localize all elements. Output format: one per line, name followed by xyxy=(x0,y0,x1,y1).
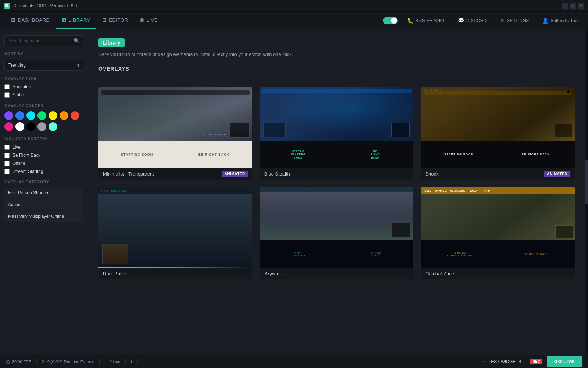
color-orange[interactable] xyxy=(60,111,68,120)
overlay-type-section: OVERLAY TYPE Animated Static xyxy=(4,77,83,98)
overlay-card-shock[interactable]: YOUR NAME STARTING SOON. BE RIGHT BACK. … xyxy=(421,87,575,180)
overlay-category-label: OVERLAY CATEGORY xyxy=(4,180,83,184)
close-button[interactable]: ✕ xyxy=(578,3,584,9)
overlay-card-5-footer: Skyward xyxy=(260,268,414,279)
card6-sub2-text: BE RIGHT BACK xyxy=(524,253,549,255)
discord-icon: 💬 xyxy=(458,18,464,24)
dashboard-icon: ⊞ xyxy=(11,17,16,23)
color-green[interactable] xyxy=(37,111,46,120)
minimize-button[interactable]: ─ xyxy=(562,3,568,9)
theme-toggle[interactable] xyxy=(383,17,398,24)
live-label: Live xyxy=(12,145,21,150)
sort-by-label: SORT BY xyxy=(4,52,83,56)
overlay-card-5-main xyxy=(260,187,414,240)
info-icon: ℹ xyxy=(131,359,132,364)
fps-status: ◷ 30.00 FPS xyxy=(6,359,37,364)
sort-wrapper: Trending Newest Most Popular xyxy=(4,60,83,71)
color-black[interactable] xyxy=(26,122,35,131)
color-yellow[interactable] xyxy=(49,111,57,120)
username-label: Softpedia Test xyxy=(551,18,578,23)
fps-value: 30.00 FPS xyxy=(12,360,31,364)
color-gray[interactable] xyxy=(37,122,46,131)
test-widgets-label: TEST WIDGETS xyxy=(488,359,521,364)
color-red[interactable] xyxy=(71,111,79,120)
scrollbar-thumb[interactable] xyxy=(585,160,588,204)
overlay-6-name: Combat Zone xyxy=(425,271,454,276)
bug-icon: 🐛 xyxy=(407,18,413,24)
overlay-blue-stealth-name: Blue Stealth xyxy=(264,171,290,177)
bug-report-label: BUG REPORT xyxy=(416,18,445,23)
settings-button[interactable]: ⚙ SETTINGS xyxy=(496,15,533,26)
shock-starting-soon: STARTING SOON. xyxy=(421,141,498,168)
bandwidth-icon: ↑ xyxy=(105,359,107,364)
static-label: Static xyxy=(12,92,24,98)
live-checkbox[interactable] xyxy=(4,145,10,150)
color-blue[interactable] xyxy=(15,111,24,120)
be-right-back-item[interactable]: Be Right Back xyxy=(4,153,83,158)
offline-checkbox[interactable] xyxy=(4,161,10,166)
nav-editor[interactable]: ⊡ EDITOR xyxy=(97,12,133,29)
scrollbar-track[interactable] xyxy=(585,29,588,355)
overlay-card-4[interactable]: HYPE TOP DONATOR Dark Pulse xyxy=(98,187,252,279)
card6-sub1: STREAMSTARTING SOON xyxy=(421,240,498,268)
top-navigation: ⊞ DASHBOARD ▦ LIBRARY ⊡ EDITOR ◉ LIVE 🐛 … xyxy=(0,12,588,29)
stream-starting-checkbox[interactable] xyxy=(4,169,10,174)
dropped-value: 0 (0.0%) Dropped Frames xyxy=(47,360,94,364)
user-profile-button[interactable]: 👤 Softpedia Test xyxy=(538,15,582,26)
nav-live[interactable]: ◉ LIVE xyxy=(135,12,163,29)
editor-icon: ⊡ xyxy=(102,17,107,23)
overlay-card-blue-stealth[interactable]: STREAMSTARTINGSOON BERIGHTBACK Blue Stea… xyxy=(260,87,414,180)
nav-dashboard-label: DASHBOARD xyxy=(18,17,50,23)
animated-filter-item[interactable]: Animated xyxy=(4,84,83,89)
rec-badge: REC xyxy=(530,359,542,364)
search-box: 🔍 xyxy=(4,35,83,46)
discord-button[interactable]: 💬 DISCORD xyxy=(454,15,490,26)
card6-sub1-text: STREAMSTARTING SOON xyxy=(447,252,473,257)
overlay-card-5[interactable]: TOPDONATOR STREAMINFO Skyward xyxy=(260,187,414,279)
color-pink[interactable] xyxy=(4,122,13,131)
overlay-card-6-sub: STREAMSTARTING SOON BE RIGHT BACK xyxy=(421,240,575,268)
live-screen-item[interactable]: Live xyxy=(4,145,83,150)
go-live-button[interactable]: GO LIVE xyxy=(547,356,582,367)
bug-report-button[interactable]: 🐛 BUG REPORT xyxy=(404,15,448,26)
color-teal[interactable] xyxy=(49,122,57,131)
overlay-card-minimalist-main-shot: YOUR NAME xyxy=(98,87,252,141)
color-cyan[interactable] xyxy=(26,111,35,120)
overlay-minimalist-badge: ANIMATED xyxy=(222,171,248,177)
category-action[interactable]: Action xyxy=(4,199,83,210)
overlay-card-6[interactable]: KILLS DAMAGE USERNAME RECENT RANK STREAM… xyxy=(421,187,575,279)
nav-library[interactable]: ▦ LIBRARY xyxy=(56,12,95,29)
overlay-card-6-main: KILLS DAMAGE USERNAME RECENT RANK xyxy=(421,187,575,240)
nav-dashboard[interactable]: ⊞ DASHBOARD xyxy=(6,12,55,29)
overlay-card-blue-stealth-footer: Blue Stealth xyxy=(260,168,414,180)
sort-section: SORT BY Trending Newest Most Popular xyxy=(4,52,83,71)
static-checkbox[interactable] xyxy=(4,92,10,98)
page-subtitle: Here you'll find hundreds of design elem… xyxy=(98,52,575,57)
sort-select[interactable]: Trending Newest Most Popular xyxy=(4,60,83,71)
overlay-shock-badge: ANIMATED xyxy=(544,171,570,177)
gear-icon: ⚙ xyxy=(500,18,505,24)
be-right-back-checkbox[interactable] xyxy=(4,153,10,158)
overlay-card-minimalist[interactable]: YOUR NAME STARTING SOON BE RIGHT BACK Mi… xyxy=(98,87,252,180)
stream-starting-item[interactable]: Stream Starting xyxy=(4,169,83,174)
overlay-card-minimalist-sub-shots: STARTING SOON BE RIGHT BACK xyxy=(98,141,252,168)
static-filter-item[interactable]: Static xyxy=(4,92,83,98)
category-mmo[interactable]: Massively Multiplayer Online xyxy=(4,211,83,222)
shock-be-right-back: BE RIGHT BACK. xyxy=(498,141,575,168)
search-input[interactable] xyxy=(8,38,74,43)
test-widgets-button[interactable]: → TEST WIDGETS xyxy=(477,359,526,364)
maximize-button[interactable]: □ xyxy=(570,3,576,9)
shock-starting-soon-text: STARTING SOON. xyxy=(444,153,474,156)
color-white[interactable] xyxy=(15,122,24,131)
included-screens-section: INCLUDED SCREENS Live Be Right Back Offl… xyxy=(4,137,83,174)
included-screens-label: INCLUDED SCREENS xyxy=(4,137,83,141)
category-fps[interactable]: First Person Shooter xyxy=(4,188,83,198)
overlays-section-title: OVERLAYS xyxy=(98,66,129,75)
color-purple[interactable] xyxy=(4,111,13,120)
discord-label: DISCORD xyxy=(466,18,487,23)
overlay-card-blue-stealth-main-shot xyxy=(260,87,414,141)
nav-items: ⊞ DASHBOARD ▦ LIBRARY ⊡ EDITOR ◉ LIVE xyxy=(6,12,163,29)
info-status[interactable]: ℹ xyxy=(126,359,138,364)
animated-checkbox[interactable] xyxy=(4,84,10,89)
offline-item[interactable]: Offline xyxy=(4,161,83,166)
